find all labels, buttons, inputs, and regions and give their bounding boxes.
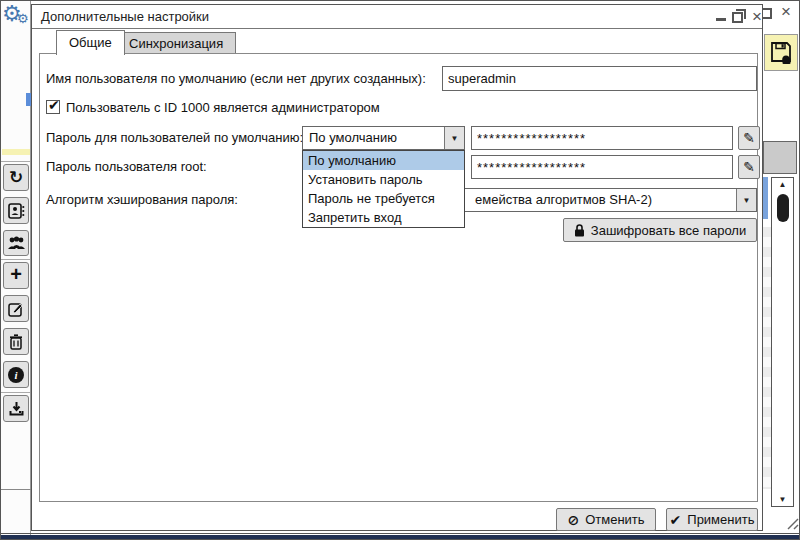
tab-synchronization-label: Синхронизация	[129, 36, 223, 51]
add-user-button[interactable]: +	[3, 262, 29, 289]
check-icon: ✔	[670, 513, 682, 527]
combobox-arrow-button[interactable]: ▼	[736, 189, 756, 211]
arrow-down-icon: ▼	[779, 495, 787, 504]
toolbar-separator	[1, 392, 30, 393]
admin-id1000-checkbox[interactable]: ✔	[46, 100, 60, 114]
refresh-icon: ↻	[9, 167, 23, 188]
tab-synchronization[interactable]: Синхронизация	[116, 32, 236, 54]
arrow-down-icon: ▼	[743, 196, 751, 205]
save-button[interactable]	[764, 34, 798, 71]
edit-user-button[interactable]	[3, 295, 29, 322]
users-group-icon	[7, 236, 26, 250]
scrollbar-up-button[interactable]: ▲	[772, 178, 793, 191]
desktop-bottom-bar	[1, 535, 800, 540]
window-resize-grip[interactable]	[786, 517, 799, 533]
default-password-input[interactable]	[471, 126, 733, 150]
save-floppy-lock-icon	[770, 41, 792, 65]
root-password-label: Пароль пользователя root:	[46, 155, 207, 179]
application-window: ⚙ ⚙ ⚠ ↻ +	[0, 0, 800, 540]
dropdown-option-no-password[interactable]: Пароль не требуется	[303, 189, 464, 208]
import-button[interactable]	[3, 395, 29, 422]
minimize-button[interactable]	[716, 18, 726, 21]
password-mode-dropdown-list: По умолчанию Установить пароль Пароль не…	[302, 150, 465, 228]
root-password-input[interactable]	[471, 155, 733, 179]
close-button[interactable]: ×	[748, 7, 766, 27]
combobox-arrow-button[interactable]: ▼	[444, 127, 464, 149]
background-table-rows	[763, 227, 771, 489]
default-username-input[interactable]	[442, 66, 757, 91]
info-icon: i	[8, 367, 24, 383]
toolbar-separator	[1, 161, 30, 162]
tab-general-label: Общие	[69, 35, 112, 50]
close-icon: ×	[752, 7, 762, 26]
statusbar-divider	[1, 489, 31, 490]
main-close-button[interactable]: ×	[777, 2, 795, 22]
refresh-button[interactable]: ↻	[3, 164, 29, 191]
window-bottom-border	[1, 533, 800, 534]
dropdown-option-deny-login[interactable]: Запретить вход	[303, 208, 464, 227]
dropdown-option-default[interactable]: По умолчанию	[303, 151, 464, 170]
admin-id1000-label: Пользователь с ID 1000 является админист…	[66, 100, 380, 115]
trash-icon	[9, 334, 23, 350]
tab-general[interactable]: Общие	[56, 30, 125, 55]
password-mode-value: По умолчанию	[309, 127, 397, 149]
encrypt-all-passwords-button[interactable]: Зашифровать все пароли	[563, 218, 757, 242]
hash-algorithm-value: емейства алгоритмов SHA-2)	[475, 189, 652, 211]
edit-pencil-icon	[8, 301, 24, 317]
lock-icon	[574, 224, 585, 237]
background-highlight-row	[2, 149, 30, 155]
cancel-button[interactable]: ⊘ Отменить	[556, 508, 656, 531]
advanced-settings-dialog: Дополнительные настройки × Общие Синхрон…	[31, 4, 763, 531]
apply-label: Применить	[687, 512, 754, 527]
user-card-icon	[8, 203, 25, 219]
user-card-button[interactable]	[3, 197, 29, 224]
close-icon: ×	[781, 2, 791, 21]
default-password-label: Пароль для пользователей по умолчанию:	[46, 126, 303, 150]
edit-root-password-button[interactable]: ✎	[738, 155, 760, 179]
encrypt-all-label: Зашифровать все пароли	[591, 223, 746, 238]
default-username-label: Имя пользователя по умолчанию (если нет …	[46, 66, 426, 91]
background-selected-row	[763, 177, 768, 219]
plus-icon: +	[10, 263, 22, 286]
maximize-button[interactable]	[732, 12, 743, 23]
password-mode-combobox[interactable]: По умолчанию ▼	[302, 126, 465, 150]
dialog-title: Дополнительные настройки	[41, 5, 209, 29]
settings-gear-small-icon: ⚙	[17, 11, 29, 26]
apply-button[interactable]: ✔ Применить	[666, 508, 758, 531]
cancel-label: Отменить	[585, 512, 644, 527]
info-button[interactable]: i	[3, 361, 29, 388]
scrollbar-down-button[interactable]: ▼	[772, 493, 793, 506]
dialog-titlebar[interactable]: Дополнительные настройки ×	[32, 5, 762, 29]
cancel-icon: ⊘	[567, 513, 579, 527]
arrow-up-icon: ▲	[779, 180, 787, 189]
toolbar-separator	[1, 259, 30, 260]
scrollbar-track[interactable]	[771, 177, 794, 507]
edit-default-password-button[interactable]: ✎	[738, 126, 760, 150]
user-groups-button[interactable]	[3, 230, 29, 256]
scrollbar-thumb[interactable]	[777, 194, 789, 222]
delete-user-button[interactable]	[3, 328, 29, 355]
dropdown-option-set-password[interactable]: Установить пароль	[303, 170, 464, 189]
arrow-down-icon: ▼	[451, 134, 459, 143]
background-table-header	[763, 141, 797, 174]
pencil-icon: ✎	[743, 159, 755, 175]
pencil-icon: ✎	[743, 130, 755, 146]
checkmark-icon: ✔	[48, 97, 60, 113]
hash-algorithm-label: Алгоритм хэширования пароля:	[46, 188, 238, 212]
download-icon	[9, 401, 24, 416]
tab-page-frame	[39, 53, 758, 502]
